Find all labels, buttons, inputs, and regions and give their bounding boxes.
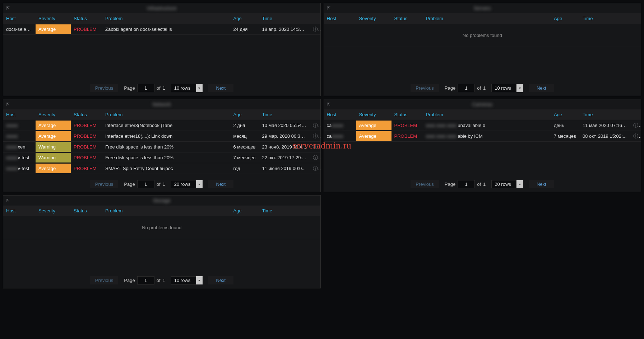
external-link-icon[interactable]: ⇱	[327, 102, 330, 107]
col-age[interactable]: Age	[231, 109, 259, 120]
previous-button[interactable]: Previous	[90, 276, 119, 284]
rows-select[interactable]: 10 rows	[171, 84, 196, 92]
info-icon[interactable]: ⓘ	[312, 27, 318, 32]
severity-badge: Average	[356, 131, 392, 141]
cell-problem[interactable]: xxxx xxxx xxxx unavailable b	[423, 120, 551, 131]
cell-host[interactable]: caxxxxx	[324, 120, 356, 131]
cell-problem[interactable]: SMART Spin Retry Count вырос	[102, 163, 231, 174]
cell-problem[interactable]: xxxx xxxx xxxx able by ICM	[423, 131, 551, 142]
chevron-down-icon[interactable]: ▾	[196, 180, 203, 188]
col-age[interactable]: Age	[231, 206, 259, 216]
next-button[interactable]: Next	[208, 276, 233, 284]
cell-host[interactable]: xxxxx	[3, 131, 36, 142]
chevron-down-icon[interactable]: ▾	[516, 180, 523, 188]
info-icon[interactable]: ⓘ	[312, 166, 318, 171]
next-button[interactable]: Next	[208, 180, 233, 188]
panel-body: HostSeverityStatusProblemAgeTimecaxxxxxA…	[324, 109, 641, 177]
previous-button[interactable]: Previous	[411, 180, 439, 188]
col-time[interactable]: Time	[259, 13, 310, 24]
chevron-down-icon[interactable]: ▾	[516, 84, 523, 92]
of-label: of	[157, 182, 161, 187]
cell-problem[interactable]: Interface ether3(Notebook (Tabe	[102, 120, 231, 131]
page-input[interactable]	[137, 276, 154, 284]
paginator: PreviousPageof110 rows▾Next	[3, 273, 320, 288]
info-icon[interactable]: ⓘ	[633, 133, 639, 139]
col-severity[interactable]: Severity	[356, 13, 392, 24]
col-time[interactable]: Time	[580, 13, 630, 24]
info-icon[interactable]: ⓘ	[312, 123, 318, 128]
table-header-row: HostSeverityStatusProblemAgeTime	[324, 13, 641, 24]
cell-problem[interactable]: Free disk space is less than 20%	[102, 142, 231, 152]
page-input[interactable]	[137, 180, 154, 188]
cell-host[interactable]: docs-selectel	[3, 24, 36, 35]
col-host[interactable]: Host	[3, 13, 36, 24]
previous-button[interactable]: Previous	[411, 84, 439, 92]
cell-problem[interactable]: Interface ether18(....): Link down	[102, 131, 231, 142]
col-problem[interactable]: Problem	[423, 109, 551, 120]
info-icon[interactable]: ⓘ	[312, 155, 318, 161]
info-icon[interactable]: ⓘ	[312, 144, 318, 150]
next-button[interactable]: Next	[529, 180, 554, 188]
col-info[interactable]	[630, 109, 641, 120]
rows-select[interactable]: 10 rows	[171, 276, 196, 284]
col-age[interactable]: Age	[551, 13, 580, 24]
col-info[interactable]	[630, 13, 641, 24]
col-problem[interactable]: Problem	[102, 206, 231, 216]
col-status[interactable]: Status	[392, 13, 423, 24]
col-severity[interactable]: Severity	[36, 206, 71, 216]
cell-host[interactable]: xxxxxxen	[3, 142, 36, 152]
col-problem[interactable]: Problem	[423, 13, 551, 24]
cell-host[interactable]: caxxxxx	[324, 131, 356, 142]
col-host[interactable]: Host	[3, 109, 36, 120]
col-time[interactable]: Time	[259, 206, 310, 216]
cell-host[interactable]: xxxxxv-test	[3, 163, 36, 174]
rows-select[interactable]: 20 rows	[491, 180, 516, 188]
col-age[interactable]: Age	[551, 109, 580, 120]
cell-host[interactable]: xxxxxv-test	[3, 152, 36, 163]
col-host[interactable]: Host	[3, 206, 36, 216]
col-severity[interactable]: Severity	[36, 109, 71, 120]
page-label: Page	[124, 85, 135, 91]
col-info[interactable]	[310, 13, 320, 24]
rows-select[interactable]: 20 rows	[171, 180, 196, 188]
external-link-icon[interactable]: ⇱	[6, 198, 10, 203]
page-input[interactable]	[458, 84, 475, 92]
col-host[interactable]: Host	[324, 109, 356, 120]
page-input[interactable]	[137, 84, 154, 92]
cell-problem[interactable]: Zabbix agent on docs-selectel is	[102, 24, 231, 35]
col-severity[interactable]: Severity	[356, 109, 392, 120]
chevron-down-icon[interactable]: ▾	[196, 84, 203, 92]
external-link-icon[interactable]: ⇱	[327, 6, 330, 11]
cell-problem[interactable]: Free disk space is less than 20%	[102, 152, 231, 163]
of-label: of	[157, 278, 161, 283]
rows-select-wrap: 10 rows▾	[491, 84, 523, 92]
cell-host[interactable]: xxxxx	[3, 120, 36, 131]
chevron-down-icon[interactable]: ▾	[196, 276, 203, 284]
col-age[interactable]: Age	[231, 13, 259, 24]
info-icon[interactable]: ⓘ	[633, 123, 639, 128]
col-status[interactable]: Status	[71, 109, 102, 120]
col-time[interactable]: Time	[259, 109, 310, 120]
col-status[interactable]: Status	[71, 13, 102, 24]
cell-age: 7 месяцев	[231, 152, 259, 163]
col-time[interactable]: Time	[580, 109, 630, 120]
cell-status: PROBLEM	[71, 163, 102, 174]
page-input[interactable]	[458, 180, 475, 188]
external-link-icon[interactable]: ⇱	[6, 102, 10, 107]
previous-button[interactable]: Previous	[90, 180, 119, 188]
info-icon[interactable]: ⓘ	[312, 133, 318, 139]
next-button[interactable]: Next	[529, 84, 554, 92]
previous-button[interactable]: Previous	[90, 84, 119, 92]
col-info[interactable]	[310, 109, 320, 120]
rows-select[interactable]: 10 rows	[491, 84, 516, 92]
col-status[interactable]: Status	[71, 206, 102, 216]
external-link-icon[interactable]: ⇱	[6, 6, 10, 11]
col-problem[interactable]: Problem	[102, 13, 231, 24]
total-pages: 1	[163, 278, 165, 283]
col-host[interactable]: Host	[324, 13, 356, 24]
col-severity[interactable]: Severity	[36, 13, 71, 24]
col-info[interactable]	[310, 206, 320, 216]
col-status[interactable]: Status	[392, 109, 423, 120]
col-problem[interactable]: Problem	[102, 109, 231, 120]
next-button[interactable]: Next	[208, 84, 233, 92]
